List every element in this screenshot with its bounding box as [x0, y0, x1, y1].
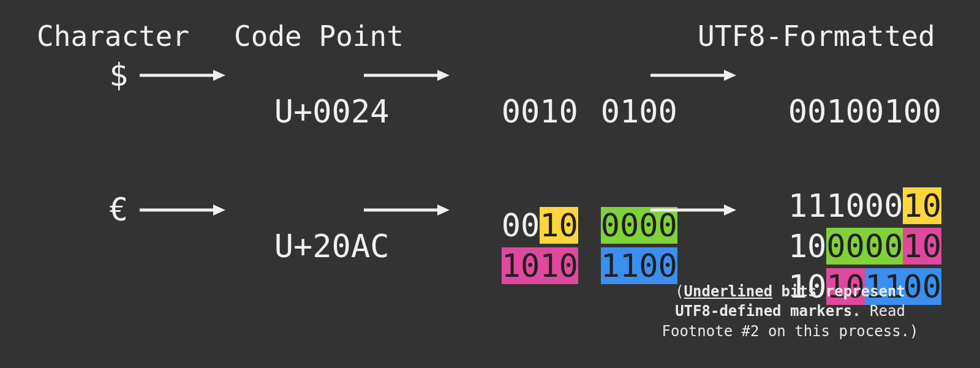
header-codepoint: Code Point — [234, 20, 404, 53]
footnote: (Underlined bits represent UTF8-defined … — [649, 282, 931, 341]
row2-char: € — [109, 191, 128, 228]
arrow-icon — [364, 201, 450, 219]
svg-marker-1 — [213, 70, 225, 81]
header-utf8: UTF8-Formatted — [698, 20, 935, 53]
row2-nibble-br: 1100 — [562, 211, 677, 284]
footnote-underlined-word: Underlined — [684, 283, 773, 300]
header-character: Character — [37, 20, 189, 53]
arrow-icon — [140, 201, 225, 219]
row2-nibble-bl: 1010 — [463, 211, 578, 284]
svg-marker-9 — [437, 205, 450, 216]
row1-char: $ — [109, 56, 128, 93]
arrow-icon — [650, 66, 736, 84]
svg-marker-5 — [724, 70, 736, 81]
svg-marker-7 — [213, 205, 225, 216]
row1-utf8: 00100100 — [750, 56, 941, 130]
arrow-icon — [140, 66, 225, 84]
row1-nibble-a: 0010 — [463, 56, 578, 130]
arrow-icon — [650, 201, 736, 219]
svg-marker-3 — [437, 70, 450, 81]
svg-marker-11 — [724, 205, 736, 216]
arrow-icon — [364, 66, 450, 84]
